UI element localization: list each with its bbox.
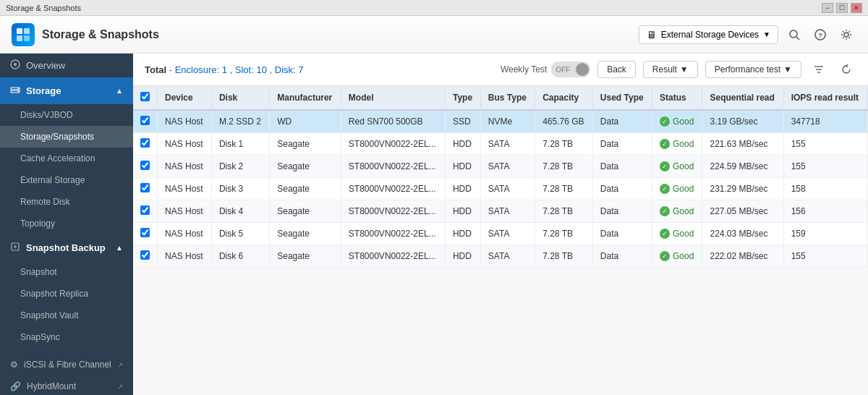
sidebar-section-storage[interactable]: Storage ▲ xyxy=(0,77,133,104)
row-model: ST8000VN0022-2EL... xyxy=(341,133,445,156)
sidebar-item-topology[interactable]: Topology xyxy=(0,213,133,234)
row-iops-read: 155 xyxy=(783,156,867,178)
status-good-icon: ✓ xyxy=(660,229,670,239)
row-checkbox[interactable] xyxy=(140,183,150,192)
status-good-icon: ✓ xyxy=(660,161,670,171)
row-checkbox-cell xyxy=(133,223,158,245)
minimize-button[interactable]: − xyxy=(822,3,833,13)
refresh-button[interactable] xyxy=(836,59,856,80)
row-iops-read: 159 xyxy=(783,223,867,245)
row-seq-read: 224.03 MB/sec xyxy=(702,223,783,245)
row-disk: Disk 4 xyxy=(211,200,269,223)
row-manufacturer: Seagate xyxy=(270,200,341,223)
result-button[interactable]: Result ▼ xyxy=(643,61,698,78)
row-manufacturer: WD xyxy=(270,110,341,133)
row-used-type: Data xyxy=(592,223,652,245)
sidebar-item-storage-snapshots[interactable]: Storage/Snapshots xyxy=(0,126,133,148)
row-checkbox-cell xyxy=(133,110,158,133)
row-iops-read: 155 xyxy=(783,133,867,156)
row-checkbox-cell xyxy=(133,133,158,156)
settings-button[interactable] xyxy=(836,25,856,45)
row-used-type: Data xyxy=(592,156,652,178)
ext-storage-button[interactable]: 🖥 External Storage Devices ▼ xyxy=(639,25,778,44)
header-iops-read: IOPS read result xyxy=(783,86,867,110)
sidebar-item-snapshot[interactable]: Snapshot xyxy=(0,261,133,283)
chevron-down-icon: ▼ xyxy=(763,30,770,38)
row-status: ✓ Good xyxy=(652,223,702,245)
disks-vjbod-label: Disks/VJBOD xyxy=(20,110,73,120)
sidebar-item-snapshot-replica[interactable]: Snapshot Replica xyxy=(0,283,133,305)
sidebar-item-external-storage[interactable]: External Storage xyxy=(0,169,133,191)
row-type: HDD xyxy=(445,178,480,200)
row-model: ST8000VN0022-2EL... xyxy=(341,200,445,223)
close-button[interactable]: ✕ xyxy=(851,3,862,13)
restore-button[interactable]: ☐ xyxy=(836,3,848,13)
sidebar-item-remote-disk[interactable]: Remote Disk xyxy=(0,191,133,213)
svg-rect-2 xyxy=(17,35,22,41)
row-seq-read: 227.05 MB/sec xyxy=(702,200,783,223)
status-label: Good xyxy=(673,139,694,149)
row-type: HDD xyxy=(445,245,480,268)
row-checkbox[interactable] xyxy=(140,205,150,215)
status-good-icon: ✓ xyxy=(660,184,670,194)
svg-point-14 xyxy=(17,91,19,93)
sidebar-item-snapsync[interactable]: SnapSync xyxy=(0,326,133,348)
storage-chevron-icon: ▲ xyxy=(116,87,123,95)
row-status: ✓ Good xyxy=(652,156,702,178)
weekly-test-label: Weekly Test xyxy=(501,64,547,75)
toggle-off-label: OFF xyxy=(553,66,573,74)
sidebar-item-disks-vjbod[interactable]: Disks/VJBOD xyxy=(0,104,133,126)
performance-test-label: Performance test xyxy=(715,64,780,75)
row-type: HDD xyxy=(445,133,480,156)
sidebar-item-hybridmount[interactable]: 🔗 HybridMount ↗ xyxy=(0,375,133,395)
table-row: NAS Host Disk 2 Seagate ST8000VN0022-2EL… xyxy=(133,156,868,178)
row-bus-type: SATA xyxy=(480,133,535,156)
row-status: ✓ Good xyxy=(652,110,702,133)
remote-disk-label: Remote Disk xyxy=(20,197,70,207)
row-device: NAS Host xyxy=(158,178,212,200)
row-disk: Disk 5 xyxy=(211,223,269,245)
help-button[interactable]: ? xyxy=(810,25,830,45)
row-checkbox[interactable] xyxy=(140,228,150,237)
filter-button[interactable] xyxy=(809,59,829,80)
sidebar-item-cache-acceleration[interactable]: Cache Acceleration xyxy=(0,148,133,169)
header-used-type: Used Type xyxy=(592,86,652,110)
row-bus-type: SATA xyxy=(480,245,535,268)
row-capacity: 7.28 TB xyxy=(535,156,593,178)
svg-point-13 xyxy=(17,88,19,90)
performance-test-button[interactable]: Performance test ▼ xyxy=(705,61,801,78)
row-capacity: 465.76 GB xyxy=(535,110,593,133)
table-row: NAS Host M.2 SSD 2 WD Red SN700 500GB SS… xyxy=(133,110,868,133)
status-label: Good xyxy=(673,116,694,127)
sidebar-item-iscsi[interactable]: ⚙ iSCSI & Fibre Channel ↗ xyxy=(0,354,133,375)
select-all-checkbox[interactable] xyxy=(140,92,150,101)
title-bar-text: Storage & Snapshots xyxy=(6,4,81,12)
row-model: ST8000VN0022-2EL... xyxy=(341,156,445,178)
row-type: SSD xyxy=(445,110,480,133)
row-checkbox-cell xyxy=(133,200,158,223)
header-manufacturer: Manufacturer xyxy=(270,86,341,110)
overview-icon xyxy=(10,59,20,72)
sidebar-item-snapshot-vault[interactable]: Snapshot Vault xyxy=(0,305,133,326)
hybridmount-icon: 🔗 xyxy=(10,381,21,391)
row-used-type: Data xyxy=(592,245,652,268)
back-button[interactable]: Back xyxy=(597,61,636,78)
row-seq-read: 222.02 MB/sec xyxy=(702,245,783,268)
row-used-type: Data xyxy=(592,110,652,133)
sidebar-section-snapshot-backup[interactable]: Snapshot Backup ▲ xyxy=(0,234,133,261)
row-checkbox[interactable] xyxy=(140,138,150,148)
header-status: Status xyxy=(652,86,702,110)
sidebar-item-overview[interactable]: Overview xyxy=(0,54,133,77)
row-model: ST8000VN0022-2EL... xyxy=(341,178,445,200)
weekly-test-toggle[interactable]: OFF xyxy=(551,61,590,77)
disk-table-container: Device Disk Manufacturer Model Type Bus … xyxy=(133,86,868,395)
row-checkbox[interactable] xyxy=(140,250,150,260)
search-button[interactable] xyxy=(784,25,804,45)
row-checkbox[interactable] xyxy=(140,161,150,170)
main-layout: Overview Storage ▲ Disks/VJBOD Storage/S… xyxy=(0,54,868,395)
table-row: NAS Host Disk 1 Seagate ST8000VN0022-2EL… xyxy=(133,133,868,156)
external-link-icon: ↗ xyxy=(117,361,123,369)
table-row: NAS Host Disk 6 Seagate ST8000VN0022-2EL… xyxy=(133,245,868,268)
row-checkbox[interactable] xyxy=(140,116,150,125)
row-model: Red SN700 500GB xyxy=(341,110,445,133)
